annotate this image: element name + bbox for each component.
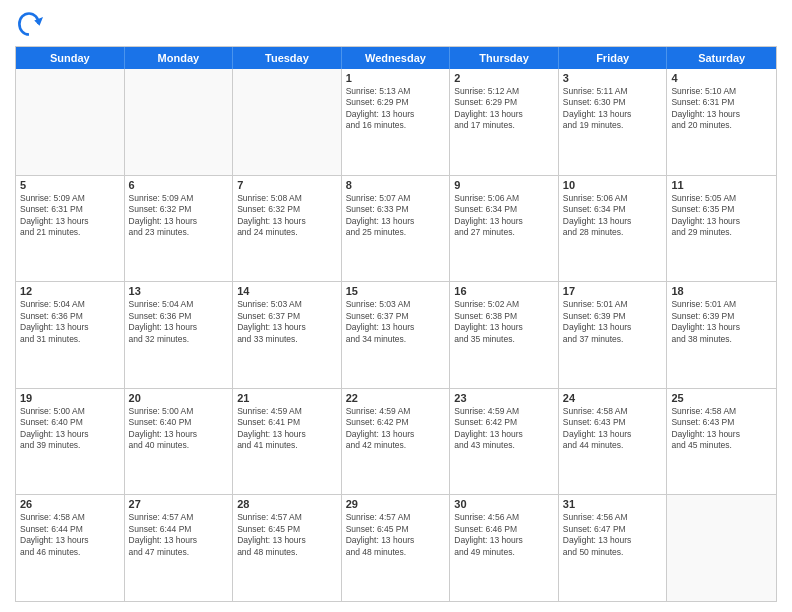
calendar-header: SundayMondayTuesdayWednesdayThursdayFrid…	[16, 47, 776, 69]
day-number: 13	[129, 285, 229, 297]
day-info: Sunrise: 4:57 AM Sunset: 6:45 PM Dayligh…	[237, 512, 337, 558]
calendar-cell: 21Sunrise: 4:59 AM Sunset: 6:41 PM Dayli…	[233, 389, 342, 495]
calendar-cell: 6Sunrise: 5:09 AM Sunset: 6:32 PM Daylig…	[125, 176, 234, 282]
calendar-cell: 17Sunrise: 5:01 AM Sunset: 6:39 PM Dayli…	[559, 282, 668, 388]
day-info: Sunrise: 5:09 AM Sunset: 6:32 PM Dayligh…	[129, 193, 229, 239]
calendar-cell: 7Sunrise: 5:08 AM Sunset: 6:32 PM Daylig…	[233, 176, 342, 282]
calendar-cell: 23Sunrise: 4:59 AM Sunset: 6:42 PM Dayli…	[450, 389, 559, 495]
calendar-header-cell: Tuesday	[233, 47, 342, 69]
day-number: 25	[671, 392, 772, 404]
calendar-cell: 13Sunrise: 5:04 AM Sunset: 6:36 PM Dayli…	[125, 282, 234, 388]
calendar-row: 26Sunrise: 4:58 AM Sunset: 6:44 PM Dayli…	[16, 495, 776, 601]
calendar-cell	[16, 69, 125, 175]
calendar-row: 19Sunrise: 5:00 AM Sunset: 6:40 PM Dayli…	[16, 389, 776, 496]
calendar-header-cell: Friday	[559, 47, 668, 69]
day-info: Sunrise: 4:59 AM Sunset: 6:41 PM Dayligh…	[237, 406, 337, 452]
day-info: Sunrise: 5:03 AM Sunset: 6:37 PM Dayligh…	[237, 299, 337, 345]
day-number: 15	[346, 285, 446, 297]
day-number: 18	[671, 285, 772, 297]
day-info: Sunrise: 5:01 AM Sunset: 6:39 PM Dayligh…	[563, 299, 663, 345]
day-number: 6	[129, 179, 229, 191]
calendar-cell: 8Sunrise: 5:07 AM Sunset: 6:33 PM Daylig…	[342, 176, 451, 282]
day-info: Sunrise: 5:03 AM Sunset: 6:37 PM Dayligh…	[346, 299, 446, 345]
day-info: Sunrise: 5:09 AM Sunset: 6:31 PM Dayligh…	[20, 193, 120, 239]
calendar-cell: 2Sunrise: 5:12 AM Sunset: 6:29 PM Daylig…	[450, 69, 559, 175]
day-info: Sunrise: 4:58 AM Sunset: 6:43 PM Dayligh…	[671, 406, 772, 452]
page: SundayMondayTuesdayWednesdayThursdayFrid…	[0, 0, 792, 612]
calendar-header-cell: Saturday	[667, 47, 776, 69]
day-number: 10	[563, 179, 663, 191]
day-number: 23	[454, 392, 554, 404]
day-info: Sunrise: 4:56 AM Sunset: 6:46 PM Dayligh…	[454, 512, 554, 558]
day-info: Sunrise: 5:10 AM Sunset: 6:31 PM Dayligh…	[671, 86, 772, 132]
calendar-header-cell: Monday	[125, 47, 234, 69]
calendar-cell	[125, 69, 234, 175]
day-number: 16	[454, 285, 554, 297]
day-info: Sunrise: 5:06 AM Sunset: 6:34 PM Dayligh…	[454, 193, 554, 239]
day-info: Sunrise: 4:57 AM Sunset: 6:44 PM Dayligh…	[129, 512, 229, 558]
day-info: Sunrise: 5:12 AM Sunset: 6:29 PM Dayligh…	[454, 86, 554, 132]
day-info: Sunrise: 5:06 AM Sunset: 6:34 PM Dayligh…	[563, 193, 663, 239]
day-number: 19	[20, 392, 120, 404]
calendar: SundayMondayTuesdayWednesdayThursdayFrid…	[15, 46, 777, 602]
day-number: 4	[671, 72, 772, 84]
day-info: Sunrise: 5:01 AM Sunset: 6:39 PM Dayligh…	[671, 299, 772, 345]
day-info: Sunrise: 5:02 AM Sunset: 6:38 PM Dayligh…	[454, 299, 554, 345]
day-number: 27	[129, 498, 229, 510]
calendar-cell: 14Sunrise: 5:03 AM Sunset: 6:37 PM Dayli…	[233, 282, 342, 388]
day-number: 28	[237, 498, 337, 510]
day-info: Sunrise: 4:59 AM Sunset: 6:42 PM Dayligh…	[454, 406, 554, 452]
day-info: Sunrise: 5:00 AM Sunset: 6:40 PM Dayligh…	[129, 406, 229, 452]
calendar-cell: 9Sunrise: 5:06 AM Sunset: 6:34 PM Daylig…	[450, 176, 559, 282]
day-number: 21	[237, 392, 337, 404]
day-number: 1	[346, 72, 446, 84]
day-info: Sunrise: 4:58 AM Sunset: 6:43 PM Dayligh…	[563, 406, 663, 452]
calendar-cell: 25Sunrise: 4:58 AM Sunset: 6:43 PM Dayli…	[667, 389, 776, 495]
calendar-cell: 3Sunrise: 5:11 AM Sunset: 6:30 PM Daylig…	[559, 69, 668, 175]
calendar-cell: 27Sunrise: 4:57 AM Sunset: 6:44 PM Dayli…	[125, 495, 234, 601]
header	[15, 10, 777, 38]
day-info: Sunrise: 5:04 AM Sunset: 6:36 PM Dayligh…	[129, 299, 229, 345]
day-info: Sunrise: 4:58 AM Sunset: 6:44 PM Dayligh…	[20, 512, 120, 558]
day-number: 20	[129, 392, 229, 404]
calendar-row: 5Sunrise: 5:09 AM Sunset: 6:31 PM Daylig…	[16, 176, 776, 283]
day-info: Sunrise: 4:59 AM Sunset: 6:42 PM Dayligh…	[346, 406, 446, 452]
calendar-header-cell: Sunday	[16, 47, 125, 69]
day-info: Sunrise: 5:08 AM Sunset: 6:32 PM Dayligh…	[237, 193, 337, 239]
calendar-cell: 16Sunrise: 5:02 AM Sunset: 6:38 PM Dayli…	[450, 282, 559, 388]
day-number: 29	[346, 498, 446, 510]
calendar-cell: 30Sunrise: 4:56 AM Sunset: 6:46 PM Dayli…	[450, 495, 559, 601]
day-number: 17	[563, 285, 663, 297]
day-info: Sunrise: 5:13 AM Sunset: 6:29 PM Dayligh…	[346, 86, 446, 132]
day-info: Sunrise: 4:57 AM Sunset: 6:45 PM Dayligh…	[346, 512, 446, 558]
day-info: Sunrise: 5:00 AM Sunset: 6:40 PM Dayligh…	[20, 406, 120, 452]
day-number: 11	[671, 179, 772, 191]
calendar-cell: 11Sunrise: 5:05 AM Sunset: 6:35 PM Dayli…	[667, 176, 776, 282]
day-info: Sunrise: 5:11 AM Sunset: 6:30 PM Dayligh…	[563, 86, 663, 132]
calendar-cell: 19Sunrise: 5:00 AM Sunset: 6:40 PM Dayli…	[16, 389, 125, 495]
logo-icon	[15, 10, 43, 38]
calendar-cell: 12Sunrise: 5:04 AM Sunset: 6:36 PM Dayli…	[16, 282, 125, 388]
day-number: 7	[237, 179, 337, 191]
calendar-cell: 24Sunrise: 4:58 AM Sunset: 6:43 PM Dayli…	[559, 389, 668, 495]
calendar-row: 12Sunrise: 5:04 AM Sunset: 6:36 PM Dayli…	[16, 282, 776, 389]
calendar-cell: 29Sunrise: 4:57 AM Sunset: 6:45 PM Dayli…	[342, 495, 451, 601]
day-number: 2	[454, 72, 554, 84]
day-info: Sunrise: 5:07 AM Sunset: 6:33 PM Dayligh…	[346, 193, 446, 239]
day-number: 30	[454, 498, 554, 510]
calendar-cell: 31Sunrise: 4:56 AM Sunset: 6:47 PM Dayli…	[559, 495, 668, 601]
day-number: 9	[454, 179, 554, 191]
calendar-header-cell: Thursday	[450, 47, 559, 69]
day-number: 26	[20, 498, 120, 510]
calendar-body: 1Sunrise: 5:13 AM Sunset: 6:29 PM Daylig…	[16, 69, 776, 601]
calendar-cell: 10Sunrise: 5:06 AM Sunset: 6:34 PM Dayli…	[559, 176, 668, 282]
day-number: 24	[563, 392, 663, 404]
calendar-row: 1Sunrise: 5:13 AM Sunset: 6:29 PM Daylig…	[16, 69, 776, 176]
day-number: 14	[237, 285, 337, 297]
calendar-cell	[233, 69, 342, 175]
calendar-cell: 1Sunrise: 5:13 AM Sunset: 6:29 PM Daylig…	[342, 69, 451, 175]
calendar-cell: 4Sunrise: 5:10 AM Sunset: 6:31 PM Daylig…	[667, 69, 776, 175]
day-info: Sunrise: 5:04 AM Sunset: 6:36 PM Dayligh…	[20, 299, 120, 345]
day-number: 8	[346, 179, 446, 191]
calendar-cell: 5Sunrise: 5:09 AM Sunset: 6:31 PM Daylig…	[16, 176, 125, 282]
